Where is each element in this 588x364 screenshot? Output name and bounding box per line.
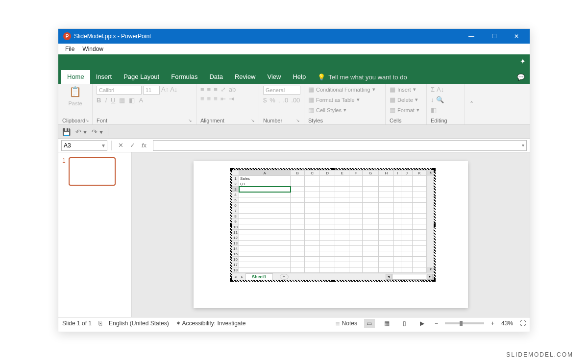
cell-J6[interactable] [401, 203, 413, 208]
cell-F13[interactable] [349, 241, 363, 246]
cell-B5[interactable] [291, 197, 305, 203]
decrease-decimal-icon[interactable]: .00 [291, 97, 300, 104]
cell-I17[interactable] [394, 262, 401, 267]
enter-formula-icon[interactable]: ✓ [127, 142, 137, 149]
fit-to-window-icon[interactable]: ⛶ [520, 320, 526, 327]
col-header-F[interactable]: F [349, 170, 363, 176]
cell-C6[interactable] [305, 203, 320, 208]
cell-A16[interactable] [239, 257, 291, 262]
normal-view-icon[interactable]: ▭ [364, 319, 375, 328]
cell-B18[interactable] [291, 267, 305, 273]
wrap-text-icon[interactable]: ab [229, 86, 236, 93]
col-header-D[interactable]: D [320, 170, 335, 176]
font-dialog-launcher[interactable]: ↘ [188, 118, 192, 123]
cell-I2[interactable] [394, 181, 401, 187]
cell-F14[interactable] [349, 246, 363, 251]
cell-C9[interactable] [305, 219, 320, 224]
zoom-slider[interactable] [445, 322, 484, 324]
cell-F10[interactable] [349, 224, 363, 230]
cell-B16[interactable] [291, 257, 305, 262]
cell-E11[interactable] [335, 230, 349, 235]
number-format-combo[interactable]: General [263, 86, 300, 95]
cell-D7[interactable] [320, 208, 335, 214]
cell-H3[interactable] [379, 187, 394, 192]
reading-view-icon[interactable]: ▯ [399, 319, 410, 328]
cell-B2[interactable] [291, 181, 305, 187]
cell-A8[interactable] [239, 214, 291, 219]
cell-B1[interactable] [291, 176, 305, 181]
cell-C8[interactable] [305, 214, 320, 219]
row-header-18[interactable]: 18 [232, 267, 239, 273]
cell-I13[interactable] [394, 241, 401, 246]
cell-H5[interactable] [379, 197, 394, 203]
cell-H13[interactable] [379, 241, 394, 246]
embedded-spreadsheet-object[interactable]: ABCDEFGHIJK1Sales2Q134567891011121314151… [230, 168, 436, 282]
cell-E9[interactable] [335, 219, 349, 224]
cell-J9[interactable] [401, 219, 413, 224]
cell-C11[interactable] [305, 230, 320, 235]
slide-canvas[interactable]: ABCDEFGHIJK1Sales2Q134567891011121314151… [194, 161, 468, 308]
cell-F2[interactable] [349, 181, 363, 187]
cell-G17[interactable] [363, 262, 379, 267]
cell-G13[interactable] [363, 241, 379, 246]
cell-I12[interactable] [394, 235, 401, 241]
cell-K3[interactable] [412, 187, 426, 192]
cell-A18[interactable] [239, 267, 291, 273]
cell-A2[interactable]: Q1 [239, 181, 291, 187]
cell-E18[interactable] [335, 267, 349, 273]
cell-B15[interactable] [291, 251, 305, 257]
col-header-A[interactable]: A [239, 170, 291, 176]
cell-H1[interactable] [379, 176, 394, 181]
align-left-icon[interactable]: ≡ [200, 95, 204, 102]
cell-J12[interactable] [401, 235, 413, 241]
cell-H17[interactable] [379, 262, 394, 267]
cell-C10[interactable] [305, 224, 320, 230]
cell-E8[interactable] [335, 214, 349, 219]
magic-wand-icon[interactable]: ✦ [520, 57, 526, 65]
cell-G9[interactable] [363, 219, 379, 224]
tab-page-layout[interactable]: Page Layout [118, 70, 165, 84]
hscroll-track[interactable] [392, 274, 426, 280]
cell-K15[interactable] [412, 251, 426, 257]
cell-C17[interactable] [305, 262, 320, 267]
tab-formulas[interactable]: Formulas [165, 70, 203, 84]
font-size-combo[interactable]: 11 [143, 86, 160, 95]
cell-K13[interactable] [412, 241, 426, 246]
delete-cells-button[interactable]: ▦Delete ▾ [390, 96, 418, 103]
scroll-up-icon[interactable]: ▴ [427, 170, 434, 176]
row-header-17[interactable]: 17 [232, 262, 239, 267]
cell-E17[interactable] [335, 262, 349, 267]
cell-I3[interactable] [394, 187, 401, 192]
sort-filter-icon[interactable]: A↓ [437, 86, 444, 93]
fill-color-icon[interactable]: ◧ [129, 97, 135, 104]
font-color-icon[interactable]: A [139, 97, 143, 104]
cell-D10[interactable] [320, 224, 335, 230]
cell-G11[interactable] [363, 230, 379, 235]
cell-A7[interactable] [239, 208, 291, 214]
cell-F5[interactable] [349, 197, 363, 203]
row-header-2[interactable]: 2 [232, 181, 239, 187]
cell-G16[interactable] [363, 257, 379, 262]
cell-B3[interactable] [291, 187, 305, 192]
cell-A6[interactable] [239, 203, 291, 208]
cell-D12[interactable] [320, 235, 335, 241]
cell-F18[interactable] [349, 267, 363, 273]
cell-K10[interactable] [412, 224, 426, 230]
cell-C13[interactable] [305, 241, 320, 246]
row-header-4[interactable]: 4 [232, 192, 239, 197]
cell-E13[interactable] [335, 241, 349, 246]
cell-E4[interactable] [335, 192, 349, 197]
menu-window[interactable]: Window [78, 45, 107, 53]
cell-C12[interactable] [305, 235, 320, 241]
cell-F9[interactable] [349, 219, 363, 224]
cell-J11[interactable] [401, 230, 413, 235]
spellcheck-icon[interactable]: ⎘ [98, 320, 102, 327]
cell-I11[interactable] [394, 230, 401, 235]
cell-K11[interactable] [412, 230, 426, 235]
cell-I9[interactable] [394, 219, 401, 224]
scroll-down-icon[interactable]: ▾ [427, 267, 434, 273]
fill-icon[interactable]: ↓ [431, 96, 434, 103]
zoom-level[interactable]: 43% [501, 320, 513, 327]
cell-K8[interactable] [412, 214, 426, 219]
cell-F12[interactable] [349, 235, 363, 241]
